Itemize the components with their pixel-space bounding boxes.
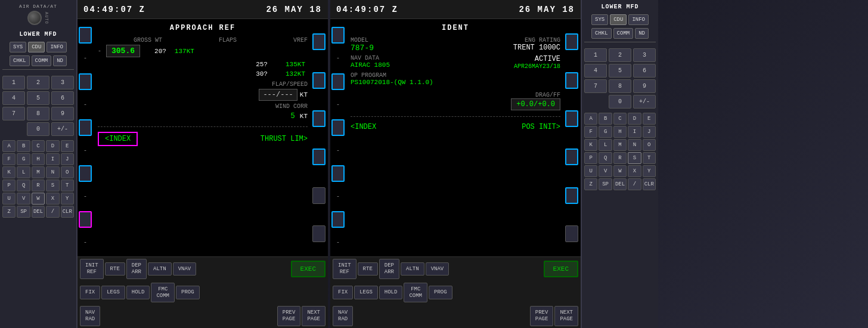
right-key-m[interactable]: M	[613, 139, 627, 151]
right-sel-3[interactable]	[331, 119, 345, 136]
right-key-7[interactable]: 7	[584, 79, 607, 93]
right-key-1[interactable]: 1	[584, 48, 607, 62]
left-sel-2[interactable]	[79, 73, 92, 90]
left-key-plusminus[interactable]: +/-	[51, 122, 74, 136]
left-sel-4[interactable]	[79, 165, 92, 182]
right-key-r[interactable]: R	[613, 152, 627, 164]
left-prog-btn[interactable]: PROG	[176, 286, 200, 299]
right-dep-arr-btn[interactable]: DEPARR	[379, 259, 399, 279]
right-altn-btn[interactable]: ALTN	[401, 262, 424, 276]
right-nd-btn[interactable]: ND	[635, 28, 649, 39]
left-key-b[interactable]: B	[17, 140, 30, 152]
left-key-r[interactable]: R	[32, 180, 45, 191]
right-key-f[interactable]: F	[584, 126, 597, 138]
left-sel-3[interactable]	[79, 119, 92, 136]
right-sel-5[interactable]	[331, 211, 345, 228]
right-key-k[interactable]: K	[584, 139, 597, 151]
left-key-w[interactable]: W	[32, 193, 45, 205]
left-key-6[interactable]: 6	[51, 91, 74, 105]
right-rsel-5[interactable]	[565, 187, 578, 204]
right-key-h[interactable]: H	[613, 126, 627, 138]
left-nav-rad-btn[interactable]: NAVRAD	[80, 306, 100, 326]
left-sel-5[interactable]	[79, 211, 92, 228]
left-key-u[interactable]: U	[2, 193, 16, 205]
left-vnav-btn[interactable]: VNAV	[173, 262, 197, 276]
left-index-button[interactable]: <INDEX	[98, 132, 138, 146]
left-key-4[interactable]: 4	[2, 91, 25, 105]
flap-speed-value[interactable]: ---/---	[259, 89, 297, 101]
right-fmc-comm-btn[interactable]: FMCCOMM	[404, 283, 427, 303]
left-key-o[interactable]: O	[61, 166, 74, 178]
right-key-del[interactable]: DEL	[613, 178, 627, 190]
right-key-e[interactable]: E	[643, 113, 656, 125]
right-sel-1[interactable]	[331, 27, 345, 44]
right-key-l[interactable]: L	[599, 139, 612, 151]
left-key-2[interactable]: 2	[27, 76, 49, 89]
left-rsel-2[interactable]	[312, 72, 326, 89]
left-key-k[interactable]: K	[2, 166, 16, 178]
left-sys-btn[interactable]: SYS	[10, 42, 26, 52]
left-key-l[interactable]: L	[17, 166, 30, 178]
left-key-9[interactable]: 9	[51, 107, 74, 120]
left-info-btn[interactable]: INFO	[46, 42, 67, 52]
right-sel-4[interactable]	[331, 165, 345, 182]
left-key-j[interactable]: J	[61, 153, 74, 165]
right-rsel-1[interactable]	[565, 33, 578, 50]
right-key-j[interactable]: J	[643, 126, 656, 138]
right-key-y[interactable]: Y	[643, 165, 656, 177]
left-altn-btn[interactable]: ALTN	[148, 262, 172, 276]
right-rsel-2[interactable]	[565, 72, 578, 89]
left-key-v[interactable]: V	[17, 193, 30, 205]
right-exec-btn[interactable]: EXEC	[544, 261, 578, 277]
left-prev-page-btn[interactable]: PREVPAGE	[277, 306, 301, 326]
right-key-4[interactable]: 4	[584, 64, 607, 78]
right-key-x[interactable]: X	[628, 165, 641, 177]
left-sel-1[interactable]	[79, 27, 92, 44]
right-key-w[interactable]: W	[613, 165, 627, 177]
left-key-e[interactable]: E	[61, 140, 74, 152]
right-key-9[interactable]: 9	[633, 79, 656, 93]
right-info-btn[interactable]: INFO	[628, 14, 649, 25]
left-fmc-comm-btn[interactable]: FMCCOMM	[151, 283, 175, 303]
left-key-y[interactable]: Y	[61, 193, 74, 205]
left-key-n[interactable]: N	[46, 166, 59, 178]
left-rsel-5[interactable]	[312, 187, 326, 204]
left-key-h[interactable]: H	[32, 153, 45, 165]
left-rsel-4[interactable]	[312, 148, 326, 165]
left-rsel-3[interactable]	[312, 110, 326, 127]
right-rsel-4[interactable]	[565, 148, 578, 165]
left-key-sp[interactable]: SP	[17, 206, 30, 218]
left-key-g[interactable]: G	[17, 153, 30, 165]
right-prog-btn[interactable]: PROG	[429, 286, 452, 299]
right-vnav-btn[interactable]: VNAV	[426, 262, 450, 276]
right-sys-btn[interactable]: SYS	[591, 14, 608, 25]
right-key-2[interactable]: 2	[609, 48, 631, 62]
right-init-ref-btn[interactable]: INITREF	[333, 259, 356, 279]
right-key-n[interactable]: N	[628, 139, 641, 151]
left-key-x[interactable]: X	[46, 193, 59, 205]
right-rsel-6[interactable]	[565, 225, 578, 242]
left-key-s[interactable]: S	[46, 180, 59, 191]
right-prev-page-btn[interactable]: PREVPAGE	[530, 306, 554, 326]
left-key-7[interactable]: 7	[2, 107, 25, 120]
left-key-i[interactable]: I	[46, 153, 59, 165]
right-key-0[interactable]: 0	[609, 95, 631, 109]
left-comm-btn[interactable]: COMM	[32, 55, 52, 66]
left-key-f[interactable]: F	[2, 153, 16, 165]
right-rte-btn[interactable]: RTE	[358, 262, 378, 276]
left-key-q[interactable]: Q	[17, 180, 30, 191]
right-comm-btn[interactable]: COMM	[613, 28, 634, 39]
left-key-del[interactable]: DEL	[32, 206, 45, 218]
left-key-slash[interactable]: /	[46, 206, 59, 218]
right-hold-btn[interactable]: HOLD	[379, 286, 403, 299]
left-key-t[interactable]: T	[61, 180, 74, 191]
right-sel-2[interactable]	[331, 73, 345, 90]
right-legs-btn[interactable]: LEGS	[354, 286, 378, 299]
right-cdu-btn[interactable]: CDU	[610, 14, 627, 25]
right-key-5[interactable]: 5	[609, 64, 631, 78]
right-key-u[interactable]: U	[584, 165, 597, 177]
right-key-a[interactable]: A	[584, 113, 597, 125]
right-key-t[interactable]: T	[643, 152, 656, 164]
left-legs-btn[interactable]: LEGS	[101, 286, 125, 299]
right-chkl-btn[interactable]: CHKL	[591, 28, 612, 39]
